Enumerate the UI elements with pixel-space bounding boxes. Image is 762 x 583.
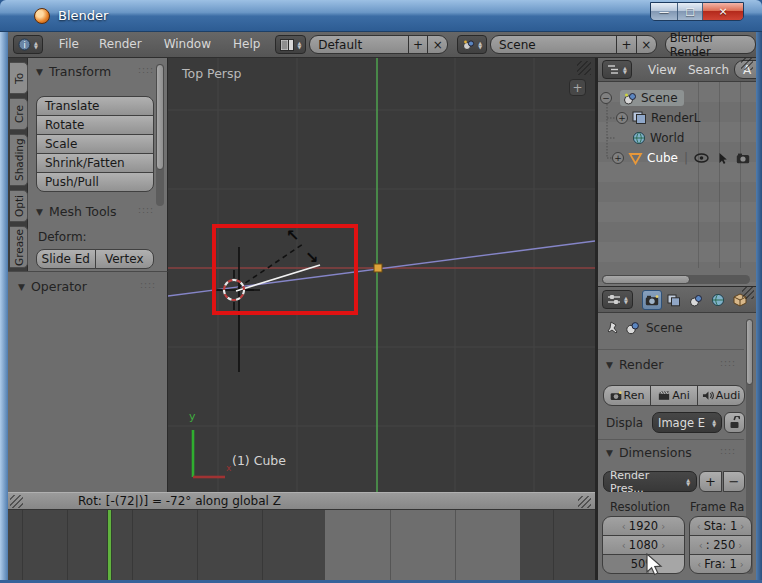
menu-file[interactable]: File [59, 32, 79, 57]
properties-scrollbar-thumb[interactable] [746, 319, 753, 385]
corner-resize-grip[interactable] [742, 287, 754, 299]
transform-panel-header[interactable]: ▼ Transform [36, 64, 111, 79]
outliner-hscrollbar-thumb[interactable] [602, 275, 690, 284]
breadcrumb-label[interactable]: Scene [646, 321, 683, 335]
rotate-arrow-upleft-icon: ↖ [286, 226, 299, 245]
screen-layout-selector-button[interactable]: ▲▼ [275, 35, 306, 54]
tree-row-cube[interactable]: + Cube | [600, 148, 754, 168]
viewport-3d[interactable]: ↖ ↘ Top Persp (1) Cube y x + [168, 58, 595, 492]
tab-options[interactable]: Opti [10, 190, 28, 222]
menu-window[interactable]: Window [164, 32, 211, 57]
outliner-header: ▲▼ View Search A [598, 58, 756, 82]
scale-button[interactable]: Scale [36, 134, 154, 154]
editor-type-button[interactable]: i ▲▼ [13, 35, 43, 54]
corner-resize-grip[interactable] [577, 61, 591, 75]
tab-tools[interactable]: To [10, 62, 28, 94]
operator-panel-header[interactable]: ▼ Operator [18, 279, 87, 294]
title-bar[interactable] [0, 0, 762, 32]
clapperboard-icon [658, 390, 670, 401]
collapse-triangle-icon: ▼ [18, 282, 25, 292]
tab-world[interactable] [708, 290, 728, 310]
slide-edge-button[interactable]: Slide Ed [36, 249, 96, 269]
render-still-button[interactable]: Ren [603, 385, 651, 406]
editor-type-button[interactable]: ▲▼ [602, 60, 632, 79]
tree-row-scene[interactable]: − Scene [600, 88, 684, 108]
render-presets-dropdown[interactable]: Render Pres... ▲▼ [603, 471, 697, 492]
delete-scene-button[interactable]: × [636, 35, 657, 54]
window-title: Blender [58, 8, 108, 23]
remove-preset-button[interactable]: − [723, 471, 745, 492]
screen-layout-field[interactable]: Default [309, 35, 408, 54]
outliner-menu-view[interactable]: View [648, 58, 676, 82]
panel-drag-handle[interactable]: :::: [140, 280, 156, 290]
lock-interface-button[interactable] [724, 412, 745, 433]
deform-buttons: Slide Ed Vertex [36, 249, 154, 269]
expand-toggle[interactable]: + [612, 152, 624, 164]
menu-help[interactable]: Help [233, 32, 260, 57]
pin-icon[interactable] [606, 321, 619, 335]
outliner-menu-search[interactable]: Search [688, 58, 729, 82]
editor-type-button[interactable]: ▲▼ [602, 290, 633, 309]
translate-button[interactable]: Translate [36, 96, 154, 116]
delete-layout-button[interactable]: × [427, 35, 448, 54]
unlock-icon [729, 416, 740, 429]
add-preset-button[interactable]: + [699, 471, 722, 492]
add-layout-button[interactable]: + [408, 35, 429, 54]
push-pull-button[interactable]: Push/Pull [36, 172, 154, 192]
tab-grease[interactable]: Grease [10, 226, 28, 268]
frame-step-field[interactable]: ‹Fra: 1› [689, 554, 752, 574]
object-origin-point[interactable] [374, 264, 382, 272]
panel-drag-handle[interactable]: :::: [720, 446, 736, 456]
world-icon [711, 293, 725, 307]
render-engine-dropdown[interactable]: Blender Render [665, 35, 756, 54]
up-down-arrows-icon: ▲▼ [478, 41, 482, 49]
close-button[interactable]: × [703, 3, 743, 20]
selectable-cursor-icon[interactable] [718, 152, 728, 165]
timeline[interactable] [8, 510, 595, 580]
corner-resize-grip[interactable] [741, 58, 753, 70]
mesh-tools-panel-header[interactable]: ▼ Mesh Tools [36, 204, 117, 219]
tab-scene[interactable] [686, 290, 706, 310]
corner-resize-grip[interactable] [10, 495, 23, 508]
toolshelf-scrollbar[interactable] [156, 64, 164, 206]
frame-end-field[interactable]: ‹: 250› [689, 535, 752, 555]
tree-row-renderlayer[interactable]: + RenderL [616, 108, 700, 128]
rotate-button[interactable]: Rotate [36, 115, 154, 135]
shrink-fatten-button[interactable]: Shrink/Fatten [36, 153, 154, 173]
panel-drag-handle[interactable]: :::: [720, 358, 736, 368]
up-down-arrows-icon: ▲▼ [624, 296, 628, 304]
panel-drag-handle[interactable]: :::: [138, 65, 154, 75]
tab-create[interactable]: Cre [10, 98, 28, 130]
render-panel-header[interactable]: ▼ Render [606, 357, 663, 372]
region-expand-button[interactable]: + [569, 79, 586, 96]
frame-start-field[interactable]: ‹Sta: 1› [689, 516, 752, 536]
tab-render-layers[interactable] [664, 290, 684, 310]
tab-render[interactable] [642, 290, 662, 310]
expand-toggle[interactable]: + [616, 112, 628, 124]
menu-render[interactable]: Render [99, 32, 142, 57]
scene-name-field[interactable]: Scene [490, 35, 617, 54]
dimensions-panel-header[interactable]: ▼ Dimensions [606, 445, 692, 460]
scene-selector-button[interactable]: ▲▼ [457, 35, 487, 54]
tab-shading[interactable]: Shading [10, 134, 28, 186]
toolshelf-scrollbar-thumb[interactable] [156, 64, 164, 170]
resolution-x-field[interactable]: ‹1920› [602, 516, 685, 536]
collapse-toggle[interactable]: − [600, 92, 612, 104]
outliner-hscrollbar[interactable] [602, 275, 750, 284]
display-mode-dropdown[interactable]: Image E ▲▼ [652, 412, 722, 433]
panel-drag-handle[interactable]: :::: [138, 205, 154, 215]
maximize-button[interactable]: □ [678, 3, 703, 20]
resolution-y-field[interactable]: ‹1080› [602, 535, 685, 555]
add-scene-button[interactable]: + [616, 35, 637, 54]
renderable-camera-icon[interactable] [736, 153, 750, 164]
render-layers-icon [632, 111, 647, 125]
up-down-arrows-icon: ▲▼ [34, 41, 38, 49]
current-frame-playhead[interactable] [108, 510, 111, 580]
tree-row-world[interactable]: World [616, 128, 684, 148]
corner-resize-grip[interactable] [578, 496, 591, 508]
minimize-button[interactable]: — [651, 3, 678, 20]
vertex-button[interactable]: Vertex [95, 249, 155, 269]
visibility-eye-icon[interactable] [694, 153, 709, 163]
render-animation-button[interactable]: Ani [650, 385, 698, 406]
render-audio-button[interactable]: Audi [697, 385, 745, 406]
